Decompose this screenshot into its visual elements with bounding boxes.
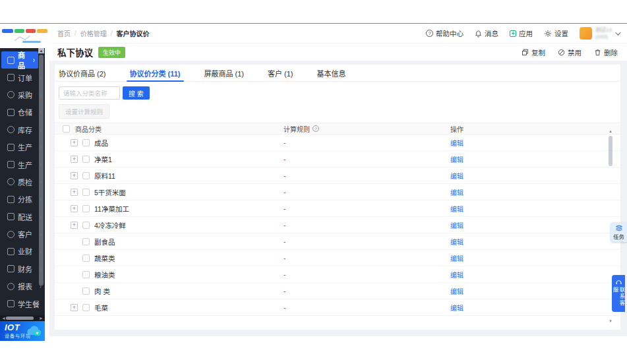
scroll-down-icon[interactable]: ▼ (608, 319, 613, 323)
sidebar-item-inventory[interactable]: 库存› (0, 121, 45, 138)
row-checkbox[interactable] (82, 238, 90, 245)
scrollbar-thumb[interactable] (6, 317, 34, 320)
delete-button[interactable]: 删除 (594, 47, 618, 57)
expand-icon[interactable] (71, 156, 78, 163)
row-checkbox[interactable] (82, 222, 90, 229)
row-checkbox[interactable] (82, 255, 90, 262)
edit-link[interactable]: 编辑 (450, 305, 463, 312)
expand-icon[interactable] (71, 205, 78, 212)
copy-label: 复制 (531, 47, 545, 57)
sidebar-scroll-up-icon[interactable]: ▲ (38, 48, 44, 53)
row-checkbox[interactable] (82, 156, 90, 163)
edit-link[interactable]: 编辑 (450, 140, 463, 147)
category-name: 毛菜 (94, 303, 108, 313)
tab-basic-info[interactable]: 基本信息 (317, 65, 346, 81)
expand-icon[interactable] (71, 304, 78, 311)
breadcrumb-home[interactable]: 首页 (57, 28, 71, 38)
tab-blocked-products[interactable]: 屏蔽商品 (1) (204, 65, 245, 81)
row-checkbox[interactable] (82, 304, 90, 311)
sidebar-item-business-finance[interactable]: 业财› (0, 243, 45, 260)
category-name: 粮油类 (94, 270, 115, 280)
sidebar-item-sorting[interactable]: 分拣› (0, 191, 45, 208)
warehouse-icon (7, 109, 15, 116)
help-center-button[interactable]: ? 帮助中心 (426, 28, 463, 38)
expand-icon[interactable] (71, 139, 78, 146)
sidebar-item-label: 质检 (18, 177, 32, 187)
orders-icon (7, 74, 15, 81)
sidebar-item-purchase[interactable]: 采购› (0, 86, 45, 104)
goods-icon (7, 57, 15, 64)
scroll-up-icon[interactable]: ▲ (608, 129, 613, 133)
sidebar-item-label: 生产 (18, 160, 32, 170)
breadcrumb-price-management[interactable]: 价格管理 (80, 28, 107, 38)
expand-icon[interactable] (71, 222, 78, 229)
sidebar-item-finance[interactable]: 财务› (0, 260, 45, 278)
copy-button[interactable]: 复制 (522, 47, 545, 57)
row-checkbox[interactable] (82, 139, 90, 146)
iot-panel[interactable]: IOT 设备与环境 (0, 321, 45, 341)
settings-button[interactable]: 设置 (544, 28, 568, 38)
sidebar-horizontal-scrollbar[interactable]: ◄ ► (0, 315, 45, 321)
sidebar-vertical-scrollbar[interactable] (39, 55, 44, 286)
expand-icon[interactable] (71, 172, 78, 179)
calc-rule-value: - (284, 255, 285, 262)
info-icon[interactable]: ? (313, 125, 319, 132)
sidebar-item-label: 分拣 (18, 194, 32, 204)
edit-link[interactable]: 编辑 (450, 272, 463, 279)
expand-icon[interactable] (71, 189, 78, 196)
set-calc-rule-button[interactable]: 设置计算规则 (59, 104, 109, 119)
contact-service-button[interactable]: 联系客服 (612, 275, 625, 312)
calc-rule-value: - (284, 222, 285, 229)
edit-link[interactable]: 编辑 (450, 173, 463, 180)
sidebar-item-quality[interactable]: 质检› (0, 173, 45, 191)
app-screen: 商品› 订单› 采购› 仓储› 库存› 生产› 生产› 质检› 分拣› 配送› … (0, 0, 627, 364)
bell-icon (475, 30, 482, 38)
disable-button[interactable]: 禁用 (558, 47, 582, 57)
row-checkbox[interactable] (82, 205, 90, 212)
row-checkbox[interactable] (82, 288, 90, 295)
sidebar-item-label: 报表 (18, 281, 32, 291)
sidebar-item-production-2[interactable]: 生产› (0, 156, 45, 173)
search-button[interactable]: 搜 索 (123, 86, 150, 100)
row-checkbox[interactable] (82, 189, 90, 196)
sidebar-item-label: 配送 (18, 212, 32, 222)
sidebar-item-goods[interactable]: 商品› (1, 51, 38, 69)
user-menu[interactable]: 测试13 (102) (580, 27, 619, 40)
sidebar-item-customers[interactable]: 客户› (0, 226, 45, 243)
brand-logo[interactable] (0, 24, 49, 48)
row-checkbox[interactable] (82, 271, 90, 278)
sidebar-item-label: 业财 (18, 246, 32, 257)
edit-link[interactable]: 编辑 (450, 239, 463, 246)
edit-link[interactable]: 编辑 (450, 156, 463, 164)
apps-button[interactable]: + 应用 (510, 28, 533, 38)
edit-link[interactable]: 编辑 (450, 189, 463, 197)
sidebar-item-label: 商品 (18, 49, 30, 71)
tab-customers[interactable]: 客户 (1) (268, 65, 293, 81)
category-name: 副食品 (94, 237, 115, 247)
tab-agreement-categories[interactable]: 协议价分类 (11) (130, 65, 181, 81)
messages-button[interactable]: 消息 (475, 28, 498, 38)
main-area: 首页 / 价格管理 / 客户协议价 ? 帮助中心 消息 (49, 24, 627, 336)
sidebar-item-student-meal[interactable]: 学生餐 (0, 295, 45, 312)
sidebar-item-reports[interactable]: 报表› (0, 278, 45, 295)
edit-link[interactable]: 编辑 (450, 255, 463, 262)
table-row: 成品 - 编辑 (55, 135, 620, 151)
select-all-checkbox[interactable] (63, 125, 70, 133)
tab-agreement-products[interactable]: 协议价商品 (2) (59, 65, 106, 81)
edit-link[interactable]: 编辑 (450, 222, 463, 229)
scroll-right-icon[interactable]: ► (39, 315, 44, 321)
edit-link[interactable]: 编辑 (450, 206, 463, 213)
reports-icon (7, 283, 15, 290)
search-input[interactable] (59, 86, 120, 100)
sidebar-item-delivery[interactable]: 配送› (0, 208, 45, 226)
help-icon: ? (426, 30, 433, 37)
sidebar-item-orders[interactable]: 订单› (0, 69, 45, 86)
scrollbar-thumb[interactable] (609, 136, 612, 166)
edit-link[interactable]: 编辑 (450, 288, 463, 295)
task-float-button[interactable]: 任务 (611, 222, 627, 242)
sidebar-item-warehouse[interactable]: 仓储› (0, 104, 45, 121)
scroll-left-icon[interactable]: ◄ (1, 315, 6, 321)
sidebar-item-production-1[interactable]: 生产› (0, 138, 45, 156)
header-actions: ? 帮助中心 消息 + 应用 (426, 27, 619, 40)
row-checkbox[interactable] (82, 172, 90, 179)
